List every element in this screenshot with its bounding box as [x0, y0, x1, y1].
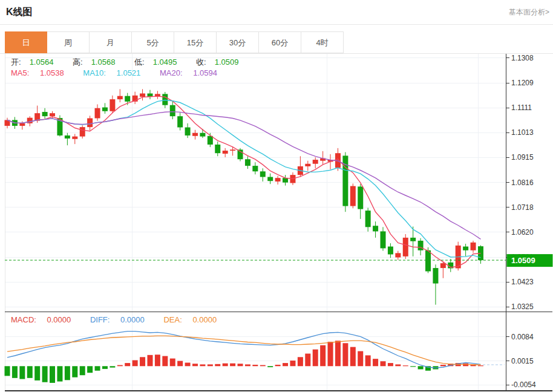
page-title: K线图: [6, 6, 33, 19]
tab-month[interactable]: 月: [90, 31, 132, 53]
close-value: 1.0509: [215, 57, 239, 67]
ma10-value: 1.0521: [117, 68, 141, 77]
svg-text:1.0423: 1.0423: [511, 278, 534, 286]
tab-30min[interactable]: 30分: [217, 31, 259, 53]
y-axis-labels: 1.13081.12091.11111.10131.09151.08161.07…: [506, 54, 536, 389]
ma10-label: MA10:: [83, 68, 106, 77]
macd-histogram: [5, 341, 483, 383]
ma5-value: 1.0538: [40, 68, 64, 77]
ma20-label: MA20:: [160, 68, 183, 77]
svg-text:-0.0054: -0.0054: [511, 381, 536, 389]
page-header: K线图 基本面分析>: [0, 0, 553, 25]
interval-tab-bar: 日 周 月 5分 15分 30分 60分 4时: [0, 31, 553, 54]
low-label: 低:: [134, 57, 145, 67]
diff-label: DIFF:: [90, 315, 110, 324]
open-label: 开:: [11, 57, 21, 67]
high-value: 1.0568: [91, 57, 116, 67]
ma20-value: 1.0594: [193, 68, 217, 77]
svg-text:1.1111: 1.1111: [511, 103, 532, 112]
tab-15min[interactable]: 15分: [174, 31, 217, 53]
svg-text:1.0509: 1.0509: [511, 256, 535, 265]
macd-label: MACD:: [11, 315, 36, 324]
fundamental-analysis-link[interactable]: 基本面分析>: [509, 7, 549, 18]
svg-text:1.1209: 1.1209: [511, 79, 534, 87]
macd-legend: MACD: 0.0000 DIFF: 0.0000 DEA: 0.0000: [11, 315, 234, 324]
svg-text:1.0915: 1.0915: [511, 153, 534, 162]
svg-text:1.1013: 1.1013: [511, 128, 534, 137]
svg-text:1.0325: 1.0325: [511, 302, 534, 311]
high-label: 高:: [73, 57, 83, 67]
tab-day[interactable]: 日: [5, 31, 47, 53]
diff-value: 0.0000: [120, 315, 145, 324]
ma5-label: MA5:: [11, 68, 29, 77]
svg-text:0.0015: 0.0015: [511, 357, 534, 365]
ma20-line: [7, 112, 480, 240]
tab-60min[interactable]: 60分: [259, 31, 301, 53]
svg-text:1.0620: 1.0620: [511, 228, 534, 237]
svg-text:1.0816: 1.0816: [511, 178, 534, 187]
kline-page: 1.13081.12091.11111.10131.09151.08161.07…: [0, 0, 553, 392]
tab-4hour[interactable]: 4时: [301, 31, 344, 53]
macd-value: 0.0000: [47, 315, 71, 324]
ohlc-legend: 开:1.0564 高:1.0568 低:1.0495 收:1.0509: [11, 57, 255, 68]
tab-5min[interactable]: 5分: [132, 31, 174, 53]
svg-text:1.1308: 1.1308: [511, 54, 534, 62]
dea-value: 0.0000: [192, 315, 217, 324]
open-value: 1.0564: [30, 57, 54, 67]
close-label: 收:: [196, 57, 206, 67]
low-value: 1.0495: [153, 57, 177, 67]
svg-text:1.0718: 1.0718: [511, 203, 534, 212]
dea-label: DEA:: [163, 315, 182, 324]
current-price-badge: 1.0509: [507, 254, 553, 267]
tab-week[interactable]: 周: [47, 31, 90, 53]
svg-text:0.0084: 0.0084: [511, 333, 534, 341]
ma-legend: MA5: 1.0538 MA10: 1.0521 MA20: 1.0594: [11, 68, 234, 77]
